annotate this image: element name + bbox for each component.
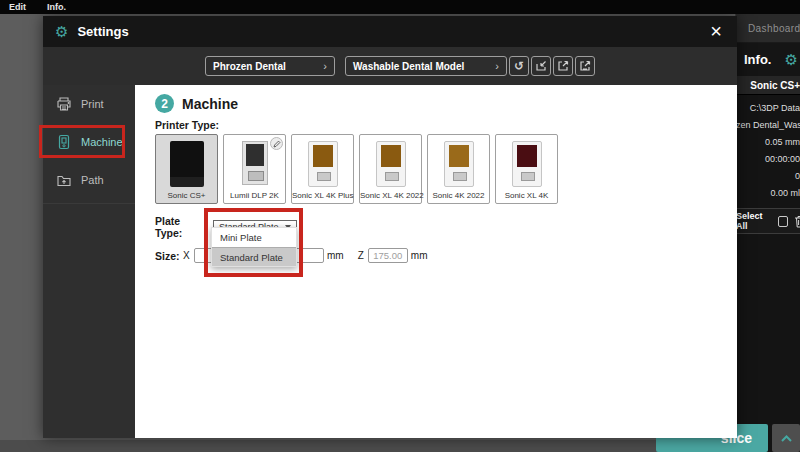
y-unit-label: mm	[327, 250, 344, 261]
chevron-right-icon: ›	[323, 60, 327, 72]
import-profile-button[interactable]	[531, 56, 551, 76]
printer-card-label: Sonic 4K 2022	[428, 191, 489, 200]
menu-info[interactable]: Info.	[47, 2, 66, 12]
preset-category-label: Phrozen Dental	[213, 61, 286, 72]
preset-profile-label: Washable Dental Model	[353, 61, 464, 72]
printer-card-sonic-xl-4k-plus[interactable]: Sonic XL 4K Plus	[291, 134, 354, 204]
settings-icon: ⚙	[55, 23, 68, 41]
printer-type-cards: Sonic CS+ Lumii DLP 2K Sonic XL 4	[155, 134, 737, 204]
folder-up-icon	[56, 172, 72, 188]
preset-profile-dropdown[interactable]: Washable Dental Model ›	[345, 56, 507, 76]
export-profile-button[interactable]	[553, 56, 573, 76]
detail-path: C:\3DP Data	[736, 100, 800, 117]
sidebar-divider	[43, 203, 135, 204]
save-as-icon	[579, 60, 591, 72]
printer-card-sonic-xl-4k[interactable]: Sonic XL 4K	[495, 134, 558, 204]
printer-card-label: Sonic XL 4K	[496, 191, 557, 200]
close-icon[interactable]: ×	[706, 19, 726, 43]
detail-layer-count: 0	[736, 168, 800, 185]
settings-gear-icon[interactable]: ⚙	[785, 51, 798, 69]
detail-layer-height: 0.05 mm	[736, 134, 800, 151]
step-number-badge: 2	[155, 94, 174, 113]
sidebar-item-label: Print	[81, 98, 104, 110]
collapse-panel-button[interactable]	[772, 424, 800, 452]
import-icon	[535, 60, 547, 72]
chevron-up-icon	[780, 434, 793, 443]
section-title: Machine	[182, 96, 238, 112]
printer-card-label: Sonic CS+	[156, 191, 217, 200]
printer-card-label: Sonic XL 4K 2022	[360, 191, 421, 200]
info-panel: Dashboard Info. ⚙ Sonic CS+ C:\3DP Data …	[735, 14, 800, 452]
export-icon	[557, 60, 569, 72]
printer-thumbnail	[444, 141, 474, 187]
menu-edit[interactable]: Edit	[9, 2, 26, 12]
printer-card-sonic-xl-4k-2022[interactable]: Sonic XL 4K 2022	[359, 134, 422, 204]
reset-icon: ↺	[514, 60, 524, 72]
x-axis-label: X	[183, 250, 190, 261]
dialog-title: Settings	[77, 24, 128, 39]
printer-name-row: Sonic CS+	[736, 76, 800, 95]
printer-thumbnail	[376, 141, 406, 187]
select-all-row: Select All	[736, 208, 800, 234]
preset-category-dropdown[interactable]: Phrozen Dental ›	[205, 56, 335, 76]
preset-toolbar: Phrozen Dental › Washable Dental Model ›…	[43, 47, 737, 85]
select-all-label: Select All	[736, 211, 774, 231]
printer-thumbnail	[308, 141, 338, 187]
step-header: 2 Machine	[155, 94, 737, 113]
printer-icon	[56, 96, 72, 112]
dashboard-tab[interactable]: Dashboard	[736, 14, 800, 43]
trash-icon[interactable]	[794, 215, 800, 228]
dialog-titlebar: ⚙ Settings ×	[43, 16, 737, 47]
plate-type-label: Plate Type:	[155, 215, 207, 239]
dashboard-label: Dashboard	[736, 23, 800, 34]
menubar: Edit Info.	[0, 0, 800, 14]
printer-card-sonic-cs-plus[interactable]: Sonic CS+	[155, 134, 218, 204]
sidebar-item-label: Path	[81, 174, 104, 186]
detail-print-time: 00:00:00	[736, 151, 800, 168]
z-unit-label: mm	[411, 250, 428, 261]
sidebar-item-print[interactable]: Print	[43, 85, 135, 123]
annotation-box-machine	[39, 125, 125, 158]
print-details: C:\3DP Data zen Dental_Washable 0.05 mm …	[736, 95, 800, 208]
printer-card-sonic-4k-2022[interactable]: Sonic 4K 2022	[427, 134, 490, 204]
detail-resin-volume: 0.00 ml	[736, 185, 800, 202]
printer-card-label: Lumii DLP 2K	[224, 191, 285, 200]
chevron-right-icon: ›	[495, 60, 499, 72]
dialog-body: Print Machine	[43, 85, 737, 438]
app-window: Edit Info. Dashboard Info. ⚙ Sonic CS+ C…	[0, 0, 800, 452]
printer-thumbnail	[512, 141, 542, 187]
detail-profile: zen Dental_Washable	[736, 117, 800, 134]
printer-card-lumii-dlp-2k[interactable]: Lumii DLP 2K	[223, 134, 286, 204]
printer-thumbnail	[170, 141, 204, 187]
info-header: Info. ⚙	[736, 43, 800, 76]
z-axis-label: Z	[358, 250, 364, 261]
printer-name: Sonic CS+	[750, 80, 800, 91]
save-profile-button[interactable]	[575, 56, 595, 76]
reset-profile-button[interactable]: ↺	[509, 56, 529, 76]
printer-card-label: Sonic XL 4K Plus	[292, 191, 353, 200]
edit-pencil-icon[interactable]	[270, 137, 283, 150]
printer-type-label: Printer Type:	[155, 119, 737, 131]
printer-thumbnail	[242, 141, 268, 185]
sidebar-item-path[interactable]: Path	[43, 161, 135, 199]
select-all-checkbox[interactable]	[778, 216, 788, 227]
info-title: Info.	[744, 52, 771, 67]
settings-dialog: ⚙ Settings × Phrozen Dental › Washable D…	[43, 16, 737, 438]
annotation-box-plate-type	[204, 208, 303, 277]
size-z-input[interactable]	[368, 248, 408, 263]
size-label: Size:	[155, 250, 183, 262]
